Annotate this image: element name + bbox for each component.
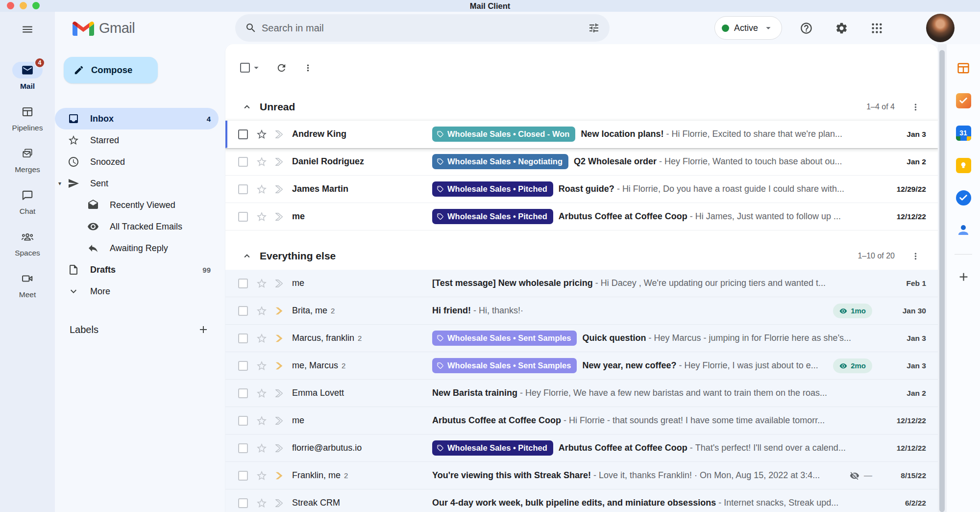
minimize-button[interactable] [20, 2, 27, 9]
star-icon[interactable] [256, 442, 268, 454]
select-dropdown-icon[interactable] [251, 62, 262, 73]
email-row[interactable]: florrie@arbutus.ioWholesale Sales • Pitc… [225, 435, 938, 462]
section-collapse-button[interactable] [238, 247, 256, 265]
rail-item-merges[interactable]: Merges [12, 145, 43, 174]
row-checkbox[interactable] [238, 279, 248, 288]
pipeline-stage-pill[interactable]: Wholesale Sales • Closed - Won [432, 127, 575, 142]
streak-pipeline-icon[interactable] [274, 278, 285, 289]
email-row[interactable]: Franklin, me2You're viewing this with St… [225, 462, 938, 489]
row-checkbox[interactable] [238, 129, 248, 139]
star-icon[interactable] [256, 360, 268, 372]
row-checkbox[interactable] [238, 498, 248, 508]
pipeline-stage-pill[interactable]: Wholesale Sales • Negotiating [432, 154, 568, 169]
row-checkbox[interactable] [238, 157, 248, 167]
star-icon[interactable] [256, 305, 268, 317]
streak-pipeline-icon[interactable] [274, 184, 285, 195]
sidebar-item-inbox[interactable]: Inbox4 [55, 108, 219, 129]
sidebar-item-all-tracked-emails[interactable]: All Tracked Emails [55, 216, 219, 237]
settings-button[interactable] [830, 17, 853, 39]
search-button[interactable] [240, 17, 262, 39]
section-menu-button[interactable] [906, 246, 925, 266]
sidepanel-streak-mail-button[interactable] [952, 89, 975, 112]
scrollbar-thumb[interactable] [939, 50, 945, 512]
email-row[interactable]: Marcus, franklin2Wholesale Sales • Sent … [225, 325, 938, 352]
select-all-checkbox[interactable] [240, 63, 250, 73]
apps-button[interactable] [865, 17, 888, 39]
streak-pipeline-icon[interactable] [274, 156, 285, 167]
row-checkbox[interactable] [238, 306, 248, 316]
streak-pipeline-icon[interactable] [274, 129, 285, 140]
pipeline-stage-pill[interactable]: Wholesale Sales • Pitched [432, 440, 553, 456]
star-icon[interactable] [256, 470, 268, 482]
sidepanel-calendar-button[interactable]: 31 [952, 122, 975, 144]
row-checkbox[interactable] [238, 184, 248, 194]
sidepanel-streak-pipelines-button[interactable] [952, 57, 975, 79]
star-icon[interactable] [256, 211, 268, 223]
row-checkbox[interactable] [238, 361, 248, 371]
sidepanel-keep-button[interactable] [952, 154, 975, 177]
section-menu-button[interactable] [906, 97, 925, 117]
email-row[interactable]: meArbutus Coffee at Coffee Coop - Hi Flo… [225, 407, 938, 435]
sidepanel-tasks-button[interactable] [952, 186, 975, 209]
account-avatar[interactable] [926, 14, 955, 42]
streak-pipeline-icon[interactable] [274, 388, 285, 399]
rail-item-mail[interactable]: 4Mail [12, 62, 43, 91]
create-label-button[interactable] [195, 321, 212, 338]
search-input[interactable] [262, 23, 583, 34]
email-row[interactable]: Andrew KingWholesale Sales • Closed - Wo… [225, 121, 938, 148]
streak-pipeline-icon[interactable] [274, 211, 285, 222]
sidebar-item-drafts[interactable]: Drafts99 [55, 259, 219, 281]
sidebar-item-starred[interactable]: Starred [55, 129, 219, 151]
streak-pipeline-icon[interactable] [274, 415, 285, 426]
star-icon[interactable] [256, 497, 268, 509]
email-row[interactable]: Brita, me2Hi friend! - Hi, thanks!·1moJa… [225, 297, 938, 325]
section-collapse-button[interactable] [238, 98, 256, 116]
search-options-button[interactable] [583, 17, 605, 39]
compose-button[interactable]: Compose [64, 57, 158, 83]
sidebar-item-awaiting-reply[interactable]: Awaiting Reply [55, 237, 219, 259]
streak-pipeline-icon[interactable] [274, 306, 285, 316]
email-row[interactable]: James MartinWholesale Sales • PitchedRoa… [225, 176, 938, 203]
email-row[interactable]: me[Test message] New wholesale pricing -… [225, 270, 938, 297]
streak-pipeline-icon[interactable] [274, 498, 285, 509]
row-checkbox[interactable] [238, 388, 248, 398]
sidepanel-add-button[interactable] [952, 265, 975, 288]
pipeline-stage-pill[interactable]: Wholesale Sales • Pitched [432, 209, 553, 224]
refresh-button[interactable] [270, 57, 292, 78]
star-icon[interactable] [256, 415, 268, 427]
main-menu-button[interactable] [17, 19, 38, 40]
streak-pipeline-icon[interactable] [274, 360, 285, 371]
email-row[interactable]: meWholesale Sales • PitchedArbutus Coffe… [225, 203, 938, 230]
row-checkbox[interactable] [238, 416, 248, 426]
zoom-button[interactable] [32, 2, 40, 9]
help-button[interactable] [795, 17, 817, 39]
email-row[interactable]: me, Marcus2Wholesale Sales • Sent Sample… [225, 352, 938, 380]
email-row[interactable]: Emma LovettNew Barista training - Hey Fl… [225, 380, 938, 407]
sidepanel-contacts-button[interactable] [952, 219, 975, 241]
star-icon[interactable] [256, 333, 268, 344]
pipeline-stage-pill[interactable]: Wholesale Sales • Sent Samples [432, 331, 577, 346]
status-dropdown[interactable]: Active [714, 16, 782, 40]
row-checkbox[interactable] [238, 212, 248, 222]
rail-item-meet[interactable]: Meet [12, 270, 43, 299]
star-icon[interactable] [256, 128, 268, 140]
email-row[interactable]: Streak CRMOur 4-day work week, bulk pipe… [225, 489, 938, 512]
streak-pipeline-icon[interactable] [274, 333, 285, 344]
row-checkbox[interactable] [238, 333, 248, 343]
rail-item-chat[interactable]: Chat [12, 187, 43, 216]
star-icon[interactable] [256, 278, 268, 289]
star-icon[interactable] [256, 387, 268, 399]
star-icon[interactable] [256, 183, 268, 195]
row-checkbox[interactable] [238, 443, 248, 453]
streak-pipeline-icon[interactable] [274, 470, 285, 481]
email-row[interactable]: Daniel RodriguezWholesale Sales • Negoti… [225, 148, 938, 176]
close-button[interactable] [7, 2, 14, 9]
sidebar-item-snoozed[interactable]: Snoozed [55, 151, 219, 173]
row-checkbox[interactable] [238, 471, 248, 481]
pipeline-stage-pill[interactable]: Wholesale Sales • Sent Samples [432, 358, 577, 373]
sidebar-item-more[interactable]: More [55, 281, 219, 302]
rail-item-spaces[interactable]: Spaces [12, 229, 43, 257]
streak-pipeline-icon[interactable] [274, 443, 285, 454]
sidebar-item-sent[interactable]: ▾Sent [55, 173, 219, 194]
expand-triangle-icon[interactable]: ▾ [58, 180, 61, 187]
